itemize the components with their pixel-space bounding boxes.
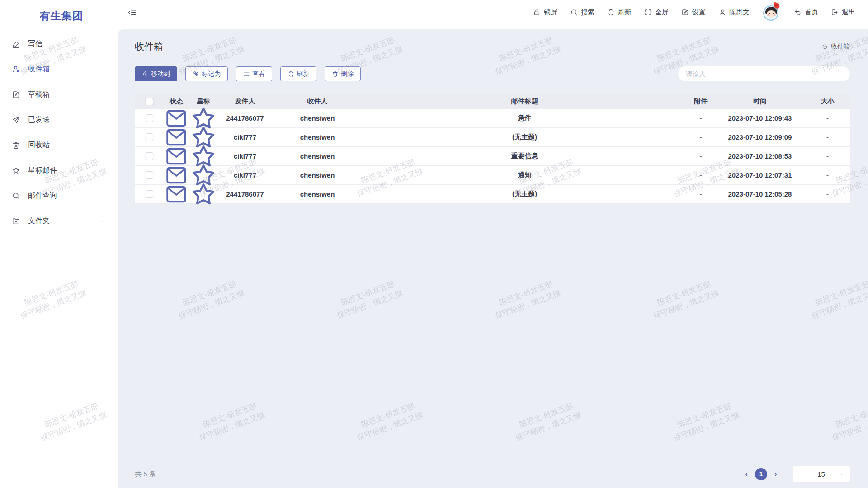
- topbar-action-settings[interactable]: 设置: [681, 8, 706, 17]
- compose-icon: [12, 40, 20, 48]
- chevron-down-icon: [839, 471, 844, 477]
- trash-icon: [12, 141, 20, 150]
- sidebar-item-folders[interactable]: 文件夹: [0, 208, 118, 234]
- time-cell: 2023-07-10 12:07:31: [715, 171, 805, 179]
- recipient-cell: chensiwen: [272, 171, 363, 179]
- mail-row[interactable]: cikl777chensiwen通知-2023-07-10 12:07:31-: [135, 166, 850, 185]
- button-label: 标记为: [202, 70, 221, 78]
- topbar-action-label: 陈思文: [729, 8, 750, 17]
- user-avatar-image[interactable]: [762, 3, 781, 22]
- sidebar-menu: 写信收件箱草稿箱已发送回收站星标邮件邮件查询文件夹: [0, 31, 118, 234]
- refresh-icon: [288, 70, 294, 77]
- sidebar-item-label: 回收站: [28, 141, 50, 150]
- time-cell: 2023-07-10 12:09:43: [715, 114, 805, 122]
- topbar-action-fullscreen[interactable]: 全屏: [644, 8, 669, 17]
- sender-cell: cikl777: [218, 152, 272, 160]
- current-page-badge[interactable]: 1: [755, 468, 767, 480]
- topbar-action-label: 全屏: [655, 8, 669, 17]
- row-checkbox[interactable]: [146, 190, 153, 198]
- star-icon: [12, 166, 20, 175]
- mark-button[interactable]: 标记为: [185, 66, 228, 81]
- lock-icon: [533, 9, 541, 16]
- mail-status-icon: [164, 182, 189, 207]
- button-label: 移动到: [151, 70, 170, 78]
- recipient-cell: chensiwen: [272, 114, 363, 122]
- search-input[interactable]: [678, 66, 850, 81]
- mail-row[interactable]: 2441786077chensiwen急件-2023-07-10 12:09:4…: [135, 109, 850, 128]
- column-header: 发件人: [218, 97, 272, 106]
- sidebar-item-starred[interactable]: 星标邮件: [0, 158, 118, 183]
- recipient-cell: chensiwen: [272, 190, 363, 198]
- collapse-sidebar-icon[interactable]: [127, 8, 137, 17]
- attachment-cell: -: [687, 133, 715, 141]
- subject-cell: 急件: [363, 114, 687, 122]
- row-checkbox-cell: [135, 152, 164, 160]
- location-target-icon: [821, 43, 828, 50]
- row-checkbox-cell: [135, 190, 164, 198]
- topbar-action-lock[interactable]: 锁屏: [533, 8, 557, 17]
- fullscreen-icon: [644, 9, 652, 16]
- size-cell: -: [805, 171, 850, 179]
- prev-page-button[interactable]: ‹: [743, 469, 750, 479]
- sidebar-item-mail-search[interactable]: 邮件查询: [0, 183, 118, 208]
- topbar-action-refresh[interactable]: 刷新: [607, 8, 632, 17]
- size-cell: -: [805, 114, 850, 122]
- sender-cell: cikl777: [218, 133, 272, 141]
- topbar-action-search[interactable]: 搜索: [570, 8, 594, 17]
- status-cell: [164, 182, 189, 207]
- topbar-actions: 锁屏搜索刷新全屏设置陈思文首页退出: [533, 3, 855, 22]
- mail-table: 状态星标发件人收件人邮件标题附件时间大小 2441786077chensiwen…: [135, 94, 850, 204]
- sidebar-item-label: 收件箱: [28, 65, 50, 74]
- topbar-action-logout[interactable]: 退出: [831, 8, 855, 17]
- row-checkbox[interactable]: [146, 152, 153, 160]
- sidebar-item-trash[interactable]: 回收站: [0, 132, 118, 158]
- move-button[interactable]: 移动到: [135, 66, 177, 81]
- sidebar-item-inbox[interactable]: 收件箱: [0, 56, 118, 82]
- topbar-action-user[interactable]: 陈思文: [718, 8, 750, 17]
- page-size-select[interactable]: 15: [793, 466, 850, 482]
- row-checkbox[interactable]: [146, 114, 153, 122]
- topbar-action-label: 首页: [805, 8, 818, 17]
- search-icon: [570, 9, 578, 16]
- column-header: 邮件标题: [363, 97, 687, 106]
- row-checkbox[interactable]: [146, 171, 153, 179]
- mail-row[interactable]: cikl777chensiwen(无主题)-2023-07-10 12:09:0…: [135, 128, 850, 147]
- time-cell: 2023-07-10 12:05:28: [715, 190, 805, 198]
- refresh-button[interactable]: 刷新: [280, 66, 316, 81]
- size-cell: -: [805, 152, 850, 160]
- sidebar-item-label: 已发送: [28, 115, 50, 125]
- delete-button[interactable]: 删除: [325, 66, 361, 81]
- topbar-action-label: 搜索: [581, 8, 594, 17]
- user-icon: [718, 9, 726, 16]
- recipient-cell: chensiwen: [272, 152, 363, 160]
- logout-icon: [831, 9, 839, 16]
- column-header: 收件人: [272, 97, 363, 106]
- view-button[interactable]: 查看: [236, 66, 272, 81]
- breadcrumb[interactable]: 收件箱: [821, 42, 850, 51]
- attachment-cell: -: [687, 171, 715, 179]
- column-header: 状态: [164, 97, 189, 106]
- column-header: 附件: [687, 97, 715, 106]
- select-all-checkbox[interactable]: [146, 98, 153, 105]
- sender-cell: 2441786077: [218, 114, 272, 122]
- topbar-action-home[interactable]: 首页: [794, 8, 818, 17]
- app-window: 有生集团 写信收件箱草稿箱已发送回收站星标邮件邮件查询文件夹 锁屏搜索刷新全屏设…: [0, 0, 868, 488]
- inbox-icon: [12, 65, 20, 74]
- attachment-cell: -: [687, 114, 715, 122]
- header-checkbox-cell: [135, 98, 164, 105]
- sidebar-item-drafts[interactable]: 草稿箱: [0, 82, 118, 107]
- mail-row[interactable]: cikl777chensiwen重要信息-2023-07-10 12:08:53…: [135, 147, 850, 166]
- sidebar-item-sent[interactable]: 已发送: [0, 107, 118, 132]
- time-cell: 2023-07-10 12:09:09: [715, 133, 805, 141]
- next-page-button[interactable]: ›: [772, 469, 779, 479]
- sidebar: 有生集团 写信收件箱草稿箱已发送回收站星标邮件邮件查询文件夹: [0, 0, 118, 488]
- page-size-value: 15: [817, 470, 825, 478]
- row-checkbox[interactable]: [146, 133, 153, 141]
- breadcrumb-label: 收件箱: [831, 42, 850, 51]
- attachment-cell: -: [687, 152, 715, 160]
- star-icon[interactable]: [189, 180, 218, 209]
- chevron-down-icon: [99, 218, 106, 225]
- settings-icon: [681, 9, 689, 16]
- sidebar-item-compose[interactable]: 写信: [0, 31, 118, 56]
- mail-row[interactable]: 2441786077chensiwen(无主题)-2023-07-10 12:0…: [135, 185, 850, 204]
